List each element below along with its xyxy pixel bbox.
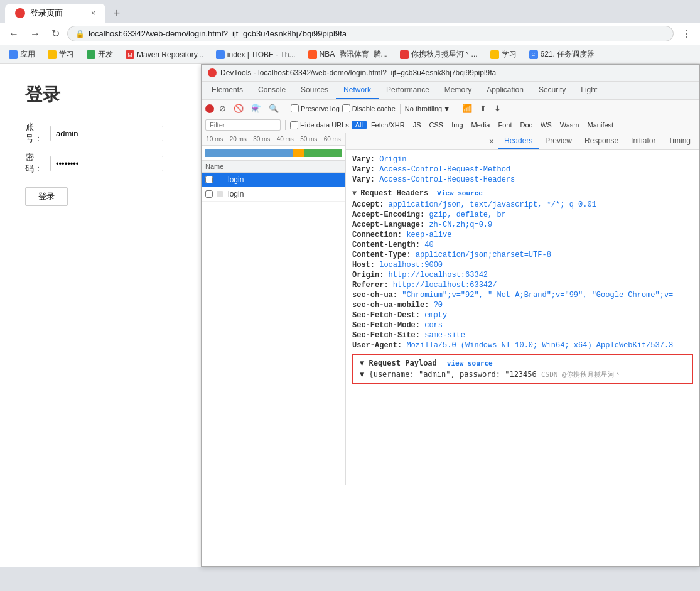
tab-network[interactable]: Network <box>336 82 379 99</box>
tab-lighthouse[interactable]: Light <box>573 82 605 99</box>
network-item-login-2[interactable]: login <box>202 187 345 202</box>
timeline-10ms: 10 ms <box>203 136 227 143</box>
filter-fetch-xhr[interactable]: Fetch/XHR <box>367 121 409 129</box>
timeline-bar-orange <box>293 149 304 157</box>
clear-button[interactable]: 🚫 <box>231 102 246 114</box>
timeline-bar-blue <box>205 149 293 157</box>
filter-ws[interactable]: WS <box>537 121 556 129</box>
filter-media[interactable]: Media <box>468 121 494 129</box>
bookmark-moon[interactable]: 你携秋月揽星河丶... <box>396 48 482 61</box>
bookmarks-bar: 应用 学习 开发 M Maven Repository... index | T… <box>0 45 700 64</box>
preserve-log-checkbox[interactable]: Preserve log <box>291 104 340 112</box>
payload-view-source[interactable]: view source <box>447 359 493 367</box>
timeline-60ms: 60 ms <box>321 136 345 143</box>
rh-sec-fetch-site: Sec-Fetch-Site: same-site <box>352 331 693 340</box>
stop-button[interactable]: ⊘ <box>217 102 229 114</box>
import-button[interactable]: ⬆ <box>477 102 489 114</box>
tab-memory[interactable]: Memory <box>437 82 479 99</box>
account-label: 账号： <box>25 122 50 144</box>
filter-wasm[interactable]: Wasm <box>556 121 583 129</box>
address-bar[interactable]: 🔒 localhost:63342/web-demo/login.html?_i… <box>67 26 674 41</box>
devtools-panel: DevTools - localhost:63342/web-demo/logi… <box>201 64 700 567</box>
throttle-selector[interactable]: No throttling ▼ <box>405 105 450 112</box>
rh-sec-fetch-mode: Sec-Fetch-Mode: cors <box>352 321 693 330</box>
rh-origin: Origin: http://localhost:63342 <box>352 271 693 279</box>
bookmark-apps[interactable]: 应用 <box>5 48 39 61</box>
filter-img[interactable]: Img <box>448 121 466 129</box>
view-source-link[interactable]: View source <box>437 190 483 197</box>
page-content: 登录 账号： 密码： 登录 DevTools - localhost:63342… <box>0 64 700 567</box>
network-item-login-selected[interactable]: login <box>202 173 345 187</box>
filter-doc[interactable]: Doc <box>516 121 536 129</box>
detail-tab-response[interactable]: Response <box>578 133 625 149</box>
filter-css[interactable]: CSS <box>426 121 448 129</box>
tab-application[interactable]: Application <box>479 82 531 99</box>
search-button[interactable]: 🔍 <box>266 102 281 114</box>
login-form-container: 登录 账号： 密码： 登录 <box>0 64 201 567</box>
account-row: 账号： <box>25 122 176 144</box>
back-button[interactable]: ← <box>5 26 23 42</box>
reload-button[interactable]: ↻ <box>48 25 63 42</box>
rh-user-agent: User-Agent: Mozilla/5.0 (Windows NT 10.0… <box>352 341 693 350</box>
detail-tab-headers[interactable]: Headers <box>498 133 539 149</box>
browser-window: 登录页面 × + ← → ↻ 🔒 localhost:63342/web-dem… <box>0 0 700 591</box>
password-row: 密码： <box>25 152 176 175</box>
header-vary-acrh: Vary: Access-Control-Request-Headers <box>352 175 693 184</box>
tab-elements[interactable]: Elements <box>204 82 250 99</box>
forward-button[interactable]: → <box>26 26 44 42</box>
tab-security[interactable]: Security <box>531 82 573 99</box>
wifi-button[interactable]: 📶 <box>460 102 475 114</box>
bookmark-621[interactable]: C 621. 任务调度器 <box>525 48 599 61</box>
request-headers-title: ▼ Request Headers View source <box>352 189 693 198</box>
filter-input[interactable] <box>205 119 281 131</box>
tab-console[interactable]: Console <box>250 82 293 99</box>
rh-connection: Connection: keep-alive <box>352 230 693 239</box>
filter-js[interactable]: JS <box>409 121 425 129</box>
filter-icon-button[interactable]: ⚗️ <box>249 102 264 114</box>
login-button[interactable]: 登录 <box>25 187 68 206</box>
detail-panel: × Headers Preview Response Initiator Tim… <box>346 133 699 485</box>
rh-content-type: Content-Type: application/json;charset=U… <box>352 251 693 259</box>
filter-manifest[interactable]: Manifest <box>584 121 618 129</box>
timeline-40ms: 40 ms <box>274 136 298 143</box>
tab-performance[interactable]: Performance <box>379 82 437 99</box>
detail-tab-preview[interactable]: Preview <box>539 133 578 149</box>
address-text: localhost:63342/web-demo/login.html?_ijt… <box>89 29 347 38</box>
password-label: 密码： <box>25 152 50 175</box>
rh-referer: Referer: http://localhost:63342/ <box>352 281 693 290</box>
rh-accept: Accept: application/json, text/javascrip… <box>352 200 693 209</box>
name-column-header: Name <box>205 163 223 170</box>
new-tab-button[interactable]: + <box>108 4 126 22</box>
export-button[interactable]: ⬇ <box>492 102 503 114</box>
bookmark-maven[interactable]: M Maven Repository... <box>122 49 207 60</box>
bookmark-study1[interactable]: 学习 <box>44 48 78 61</box>
devtools-title: DevTools - localhost:63342/web-demo/logi… <box>220 68 496 77</box>
timeline-bar-green <box>304 149 342 157</box>
filter-font[interactable]: Font <box>494 121 515 129</box>
bookmark-tiobe[interactable]: index | TIOBE - Th... <box>212 49 299 60</box>
detail-close-button[interactable]: × <box>485 133 498 149</box>
network-list-header: Name <box>202 161 345 173</box>
active-tab[interactable]: 登录页面 × <box>5 4 105 23</box>
bookmark-dev[interactable]: 开发 <box>83 48 117 61</box>
detail-content: Vary: Origin Vary: Access-Control-Reques… <box>346 150 699 392</box>
record-button[interactable] <box>205 104 214 113</box>
disable-cache-checkbox[interactable]: Disable cache <box>342 104 396 112</box>
bookmark-study2[interactable]: 学习 <box>487 48 520 61</box>
payload-title: ▼ Request Payload view source <box>360 359 686 367</box>
timeline-50ms: 50 ms <box>297 136 321 143</box>
account-input[interactable] <box>50 126 163 141</box>
network-item-checkbox-2[interactable] <box>205 190 213 198</box>
network-item-name-1: login <box>228 175 244 184</box>
extensions-button[interactable]: ⋮ <box>677 25 695 42</box>
network-item-checkbox-1[interactable] <box>205 176 213 183</box>
watermark: CSDN @你携秋月揽星河丶 <box>541 371 622 379</box>
filter-all[interactable]: All <box>352 121 367 129</box>
password-input[interactable] <box>50 156 163 171</box>
tab-sources[interactable]: Sources <box>293 82 336 99</box>
hide-data-urls-checkbox[interactable]: Hide data URLs <box>290 121 349 129</box>
bookmark-nba[interactable]: NBA_腾讯体育_腾... <box>304 48 391 61</box>
detail-tab-initiator[interactable]: Initiator <box>625 133 662 149</box>
detail-tab-timing[interactable]: Timing <box>662 133 697 149</box>
tab-close-button[interactable]: × <box>91 9 95 18</box>
